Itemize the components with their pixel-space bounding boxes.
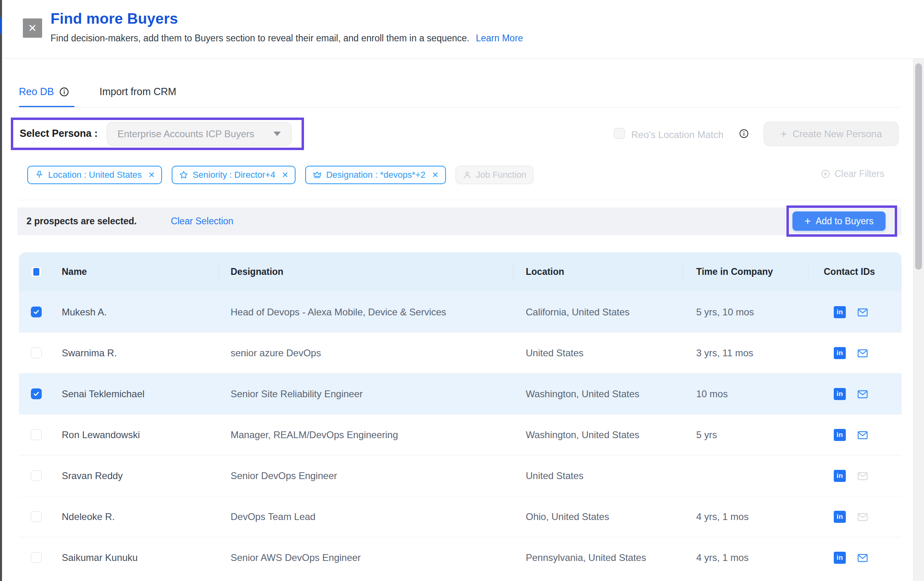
designation-cell: Head of Devops - Alexa Mobile, Device & … <box>231 292 446 333</box>
modal-header: ✕ Find more Buyers Find decision-makers,… <box>2 0 924 59</box>
location-cell: California, United States <box>526 292 630 333</box>
table-row[interactable]: Mukesh A.Head of Devops - Alexa Mobile, … <box>19 291 902 332</box>
star-icon <box>179 170 188 180</box>
filter-chip-label: Designation : *devops*+2 <box>326 170 426 180</box>
email-icon[interactable] <box>857 347 869 359</box>
job-function-chip-label: Job Function <box>476 170 527 180</box>
column-header-name[interactable]: Name <box>62 252 87 291</box>
info-icon[interactable] <box>739 128 749 139</box>
time-in-company-cell: 4 yrs, 1 mos <box>696 496 749 537</box>
filter-chip[interactable]: Designation : *devops*+2✕ <box>305 166 446 184</box>
time-in-company-cell: 3 yrs, 11 mos <box>696 333 753 374</box>
name-cell: Senai Teklemichael <box>62 374 144 414</box>
row-checkbox[interactable] <box>31 347 42 358</box>
create-new-persona-button[interactable]: + Create New Persona <box>764 122 899 146</box>
row-checkbox[interactable] <box>31 388 42 399</box>
table-row[interactable]: Senai TeklemichaelSenior Site Reliabilit… <box>19 373 902 414</box>
location-match-label: Reo's Location Match <box>631 129 723 140</box>
email-icon <box>857 470 869 482</box>
chip-remove-icon[interactable]: ✕ <box>148 170 155 180</box>
plus-icon: + <box>804 216 811 227</box>
linkedin-icon[interactable]: in <box>834 470 846 482</box>
column-header-time-in-company[interactable]: Time in Company <box>696 252 773 291</box>
location-cell: Washington, United States <box>526 414 639 455</box>
time-in-company-cell: 10 mos <box>696 374 728 414</box>
linkedin-icon[interactable]: in <box>834 347 846 359</box>
linkedin-icon[interactable]: in <box>834 511 846 523</box>
column-header-location[interactable]: Location <box>526 252 564 291</box>
table-row[interactable]: Ron LewandowskiManager, REALM/DevOps Eng… <box>19 414 902 455</box>
indeterminate-mark <box>33 268 39 276</box>
learn-more-link[interactable]: Learn More <box>476 33 523 44</box>
select-all-checkbox[interactable] <box>31 266 42 277</box>
row-checkbox[interactable] <box>31 511 42 522</box>
crown-icon <box>312 170 322 180</box>
filter-chip-label: Seniority : Director+4 <box>192 170 275 180</box>
persona-dropdown-value: Enterprise Accounts ICP Buyers <box>118 128 254 140</box>
column-separator <box>808 262 808 282</box>
tab-reo-db-label: Reo DB <box>19 86 54 98</box>
designation-cell: senior azure DevOps <box>231 333 321 374</box>
location-match-checkbox[interactable] <box>614 128 625 139</box>
location-cell: Ohio, United States <box>526 496 609 537</box>
linkedin-icon[interactable]: in <box>834 552 846 564</box>
filter-chip-label: Location : United States <box>48 170 142 180</box>
close-button[interactable]: ✕ <box>23 18 42 38</box>
row-checkbox[interactable] <box>31 307 42 317</box>
vertical-scrollbar-thumb[interactable] <box>915 63 922 270</box>
table-row[interactable]: Saikumar KunukuSenior AWS DevOps Enginee… <box>19 537 902 578</box>
designation-cell: Manager, REALM/DevOps Engineering <box>231 414 398 455</box>
location-cell: Washington, United States <box>526 374 639 414</box>
filter-chip[interactable]: Location : United States✕ <box>27 166 162 184</box>
email-icon[interactable] <box>857 552 869 564</box>
person-icon <box>462 170 472 180</box>
chip-remove-icon[interactable]: ✕ <box>282 170 288 180</box>
row-checkbox[interactable] <box>31 470 42 481</box>
time-in-company-cell: 5 yrs <box>696 414 717 455</box>
email-icon[interactable] <box>857 388 869 400</box>
persona-dropdown[interactable]: Enterprise Accounts ICP Buyers <box>107 122 292 146</box>
table-row[interactable]: Sravan ReddySenior DevOps EngineerUnited… <box>19 455 902 496</box>
name-cell: Saikumar Kunuku <box>62 537 138 578</box>
job-function-chip[interactable]: Job Function <box>456 166 533 184</box>
name-cell: Mukesh A. <box>62 292 107 333</box>
tab-import-from-crm[interactable]: Import from CRM <box>99 86 176 98</box>
filter-chip[interactable]: Seniority : Director+4✕ <box>172 166 296 184</box>
tab-reo-db[interactable]: Reo DB <box>19 86 69 98</box>
email-icon[interactable] <box>857 429 869 441</box>
circled-x-icon <box>821 169 831 179</box>
linkedin-icon[interactable]: in <box>834 306 846 318</box>
linkedin-icon[interactable]: in <box>834 388 846 400</box>
column-separator <box>513 262 513 282</box>
designation-cell: Senior Site Reliability Engineer <box>231 374 363 414</box>
location-cell: United States <box>526 333 584 374</box>
select-persona-label: Select Persona : <box>20 128 98 139</box>
page-left-edge <box>0 0 2 581</box>
clear-filters-button[interactable]: Clear Filters <box>821 169 884 179</box>
column-separator <box>682 262 683 282</box>
email-icon <box>857 511 869 523</box>
create-new-persona-label: Create New Persona <box>792 128 882 140</box>
column-header-designation[interactable]: Designation <box>231 252 284 291</box>
designation-cell: DevOps Team Lead <box>231 496 316 537</box>
tabs-divider <box>19 107 900 108</box>
clear-selection-link[interactable]: Clear Selection <box>171 216 233 227</box>
add-to-buyers-button[interactable]: + Add to Buyers <box>792 211 886 231</box>
page-title: Find more Buyers <box>51 10 178 27</box>
name-cell: Swarnima R. <box>62 333 117 374</box>
chip-remove-icon[interactable]: ✕ <box>432 170 439 180</box>
table-row[interactable]: Ndeleoke R.DevOps Team LeadOhio, United … <box>19 496 902 537</box>
row-checkbox[interactable] <box>31 429 42 440</box>
time-in-company-cell: 4 yrs, 1 mos <box>696 537 749 578</box>
email-icon[interactable] <box>857 306 869 318</box>
info-icon[interactable] <box>59 87 69 97</box>
table-row[interactable]: Swarnima R.senior azure DevOpsUnited Sta… <box>19 332 902 373</box>
linkedin-icon[interactable]: in <box>834 429 846 441</box>
location-cell: Pennsylvania, United States <box>526 537 646 578</box>
selection-summary: 2 prospects are selected. <box>26 216 137 227</box>
designation-cell: Senior AWS DevOps Engineer <box>231 537 361 578</box>
row-checkbox[interactable] <box>31 552 42 563</box>
column-header-contact-ids[interactable]: Contact IDs <box>824 252 875 291</box>
selection-bar: 2 prospects are selected. Clear Selectio… <box>18 207 902 235</box>
prospects-table: Name Designation Location Time in Compan… <box>19 252 902 579</box>
